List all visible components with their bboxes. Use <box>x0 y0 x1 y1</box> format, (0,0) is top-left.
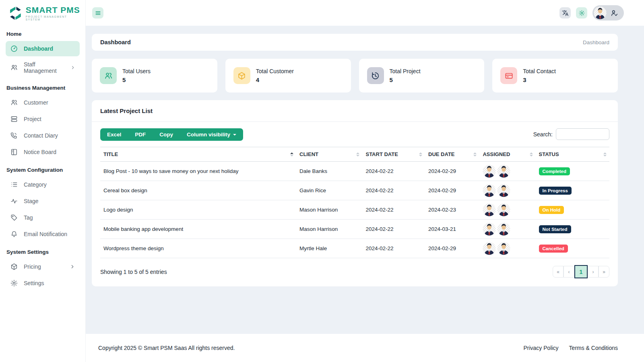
sidebar-item-contact-diary[interactable]: Contact Diary <box>6 128 80 143</box>
sort-icon <box>603 152 607 156</box>
column-header-title[interactable]: TITLE <box>100 147 296 162</box>
table-row: Mobile banking app development Mason Har… <box>100 220 609 239</box>
excel-button[interactable]: Excel <box>100 128 128 141</box>
sidebar-item-label: Tag <box>24 214 33 221</box>
status-badge: Cancelled <box>539 245 568 253</box>
app-window: SMART PMS PROJECT MANAGMENT SYSTEM Home … <box>0 0 644 362</box>
sidebar-item-notice-board[interactable]: Notice Board <box>6 144 80 160</box>
sort-icon <box>473 152 477 156</box>
page-title: Dashboard <box>100 39 131 45</box>
dashboard-icon <box>10 45 18 53</box>
column-visibility-button[interactable]: Column visibility <box>180 128 243 141</box>
menu-icon <box>95 10 101 16</box>
pagination-prev-button[interactable]: ‹ <box>564 266 574 278</box>
sidebar-item-label: Category <box>24 181 47 188</box>
box-icon <box>10 263 18 271</box>
assignee-avatar <box>483 184 496 197</box>
cell-status: Cancelled <box>536 239 609 258</box>
users-icon <box>10 64 18 72</box>
column-header-client[interactable]: CLIENT <box>296 147 362 162</box>
tag-icon <box>10 214 18 222</box>
copyright-text: Copyright 2025 © Smart PSM Saas All righ… <box>98 345 235 351</box>
assignee-avatar <box>483 222 496 236</box>
column-header-due-date[interactable]: DUE DATE <box>425 147 479 162</box>
nav-heading-business-management: Business Management <box>0 79 85 94</box>
column-header-start-date[interactable]: START DATE <box>362 147 425 162</box>
sidebar-item-stage[interactable]: Stage <box>6 193 80 209</box>
nav-heading-home: Home <box>0 25 85 40</box>
sidebar-item-category[interactable]: Category <box>6 177 80 192</box>
sidebar-item-project[interactable]: Project <box>6 111 80 127</box>
cell-status: On Hold <box>536 200 609 220</box>
sidebar-item-staff-management[interactable]: Staff Management <box>6 58 80 78</box>
sidebar-item-tag[interactable]: Tag <box>6 210 80 225</box>
sidebar-item-settings[interactable]: Settings <box>6 276 80 291</box>
pagination-next-button[interactable]: › <box>588 266 599 278</box>
sidebar-item-email-notification[interactable]: Email Notification <box>6 226 80 242</box>
sidebar-item-label: Notice Board <box>24 149 56 155</box>
settings-button[interactable] <box>576 7 587 19</box>
translate-button[interactable] <box>559 7 571 19</box>
cell-assigned <box>479 162 535 181</box>
table-row: Wordpress theme design Myrtle Hale 2024-… <box>100 239 609 258</box>
cell-client: Mason Harrison <box>296 200 362 220</box>
stat-label: Total Customer <box>256 68 294 74</box>
stat-cards: Total Users 5 Total Customer 4 Total P <box>92 59 618 93</box>
terms-conditions-link[interactable]: Terms & Conditions <box>569 345 618 351</box>
activity-icon <box>10 197 18 205</box>
sort-icon <box>356 152 359 156</box>
sidebar-item-customer[interactable]: Customer <box>6 95 80 110</box>
clipboard-icon <box>10 148 18 156</box>
sidebar-item-pricing[interactable]: Pricing <box>6 259 80 274</box>
search-input[interactable] <box>556 128 609 140</box>
assignee-avatar <box>497 222 510 236</box>
cell-assigned <box>479 239 535 258</box>
stat-card-total-customer: Total Customer 4 <box>225 59 351 93</box>
cell-start-date: 2024-02-22 <box>362 162 425 181</box>
profile-menu-button[interactable] <box>592 5 624 21</box>
copy-button[interactable]: Copy <box>153 128 180 141</box>
sidebar-item-label: Contact Diary <box>24 132 58 139</box>
sidebar: SMART PMS PROJECT MANAGMENT SYSTEM Home … <box>0 0 86 362</box>
sidebar-item-label: Dashboard <box>24 45 53 52</box>
column-header-label: STATUS <box>539 151 559 157</box>
column-visibility-label: Column visibility <box>187 132 230 138</box>
pagination-first-button[interactable]: « <box>553 266 564 278</box>
users-icon <box>100 67 117 84</box>
menu-button[interactable] <box>92 7 103 19</box>
assignee-avatar <box>483 203 496 216</box>
cell-title: Cereal box design <box>100 181 296 200</box>
box-icon <box>233 67 250 84</box>
cell-title: Logo design <box>100 200 296 220</box>
list-icon <box>10 181 18 189</box>
sidebar-item-label: Staff Management <box>24 61 65 74</box>
search-label: Search: <box>533 131 553 138</box>
column-header-status[interactable]: STATUS <box>536 147 609 162</box>
sidebar-item-label: Customer <box>24 99 48 106</box>
stat-value: 5 <box>390 76 421 83</box>
stat-value: 4 <box>256 76 294 83</box>
cell-due-date: 2024-02-23 <box>425 200 479 220</box>
column-header-label: DUE DATE <box>428 151 454 157</box>
credit-card-icon <box>500 67 517 84</box>
stat-label: Total Contact <box>523 68 556 74</box>
column-header-label: START DATE <box>365 151 398 157</box>
sidebar-item-dashboard[interactable]: Dashboard <box>6 41 80 56</box>
stat-card-total-contact: Total Contact 3 <box>492 59 618 93</box>
cell-client: Myrtle Hale <box>296 239 362 258</box>
pagination-last-button[interactable]: » <box>599 266 609 278</box>
sidebar-item-label: Pricing <box>24 263 41 270</box>
pdf-button[interactable]: PDF <box>128 128 153 141</box>
cell-status: In Progress <box>536 181 609 200</box>
stat-value: 3 <box>523 76 556 83</box>
stat-label: Total Project <box>390 68 421 74</box>
sidebar-item-label: Settings <box>24 280 44 286</box>
latest-project-list-card: Latest Project List Excel PDF Copy Colum… <box>92 100 618 286</box>
pagination: « ‹ 1 › » <box>553 265 609 278</box>
pagination-page-1-button[interactable]: 1 <box>574 265 588 278</box>
privacy-policy-link[interactable]: Privacy Policy <box>523 345 558 351</box>
cell-due-date: 2024-02-29 <box>425 181 479 200</box>
column-header-assigned[interactable]: ASSIGNED <box>479 147 535 162</box>
brand-logo-icon <box>8 6 23 21</box>
brand-logo[interactable]: SMART PMS PROJECT MANAGMENT SYSTEM <box>0 0 85 25</box>
